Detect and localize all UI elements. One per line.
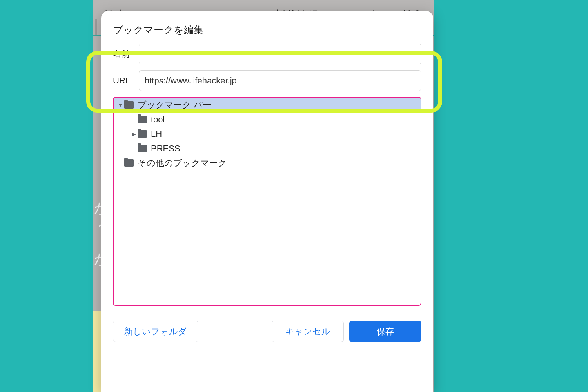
tree-item-label: PRESS: [151, 143, 180, 154]
tree-item-label: LH: [151, 129, 162, 139]
folder-icon: [138, 130, 147, 138]
save-button[interactable]: 保存: [349, 321, 421, 342]
name-input[interactable]: [139, 44, 421, 64]
new-folder-button[interactable]: 新しいフォルダ: [113, 321, 198, 342]
folder-icon: [124, 101, 134, 109]
form-row-name: 名前: [113, 44, 421, 64]
edit-bookmark-dialog: ブックマークを編集 名前 URL ▼ブックマーク バーtool▶LHPRESSそ…: [101, 11, 433, 392]
tree-row[interactable]: ▶LH: [114, 127, 421, 141]
button-row: 新しいフォルダ キャンセル 保存: [101, 306, 433, 342]
form-row-url: URL: [113, 70, 421, 91]
folder-icon: [138, 145, 147, 152]
tree-item-label: tool: [151, 114, 165, 125]
tree-row[interactable]: tool: [114, 112, 421, 127]
tree-item-label: ブックマーク バー: [138, 99, 211, 111]
url-input[interactable]: [139, 70, 421, 91]
folder-icon: [138, 116, 147, 123]
chevron-right-icon[interactable]: ▶: [130, 131, 138, 137]
tree-row[interactable]: その他のブックマーク: [114, 156, 421, 170]
folder-tree[interactable]: ▼ブックマーク バーtool▶LHPRESSその他のブックマーク: [113, 97, 421, 306]
backdrop-divider: [95, 19, 97, 36]
tree-row[interactable]: ▼ブックマーク バー: [114, 98, 421, 112]
cancel-button[interactable]: キャンセル: [272, 321, 344, 342]
folder-icon: [124, 159, 134, 167]
form-section: 名前 URL: [101, 44, 433, 91]
url-label: URL: [113, 76, 139, 86]
tree-row[interactable]: PRESS: [114, 141, 421, 156]
tree-item-label: その他のブックマーク: [138, 157, 227, 169]
chevron-down-icon[interactable]: ▼: [116, 102, 124, 108]
dialog-title: ブックマークを編集: [101, 11, 433, 44]
name-label: 名前: [113, 48, 139, 60]
